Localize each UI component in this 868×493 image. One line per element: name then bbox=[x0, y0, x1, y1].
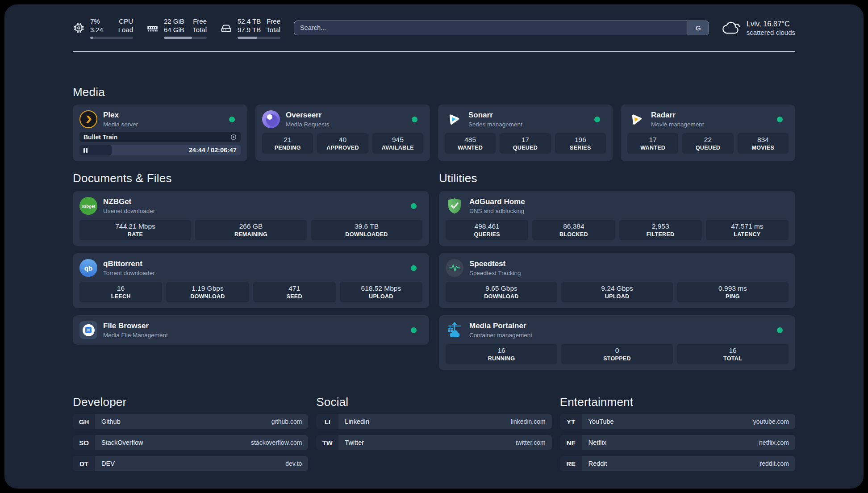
link-dev[interactable]: DT DEV dev.to bbox=[73, 456, 308, 471]
app-name: Radarr bbox=[651, 111, 704, 120]
cloud-icon bbox=[722, 20, 741, 35]
filebrowser-icon bbox=[79, 321, 97, 339]
link-abbr: GH bbox=[73, 414, 95, 429]
app-desc: Speedtest Tracking bbox=[469, 270, 521, 276]
link-stackoverflow[interactable]: SO StackOverflow stackoverflow.com bbox=[73, 435, 308, 450]
disk-total-value: 97.9 TB bbox=[238, 25, 261, 34]
player-settings-icon[interactable] bbox=[230, 134, 237, 140]
stat-tile: 39.6 TB DOWNLOADED bbox=[311, 220, 422, 240]
link-netflix[interactable]: NF Netflix netflix.com bbox=[560, 435, 795, 450]
link-youtube[interactable]: YT YouTube youtube.com bbox=[560, 414, 795, 429]
link-url: linkedin.com bbox=[511, 418, 546, 425]
stat-label: UPLOAD bbox=[562, 293, 672, 300]
stat-tile: 2,953 FILTERED bbox=[619, 220, 702, 240]
overseerr-icon bbox=[262, 110, 280, 128]
stat-tile: 9.65 Gbps DOWNLOAD bbox=[446, 282, 557, 302]
stat-value: 21 bbox=[263, 135, 312, 144]
stat-value: 16 bbox=[678, 346, 788, 355]
link-linkedin[interactable]: LI LinkedIn linkedin.com bbox=[316, 414, 551, 429]
now-playing-title: Bullet Train bbox=[83, 134, 117, 141]
app-card-speedtest[interactable]: Speedtest Speedtest Tracking 9.65 Gbps D… bbox=[439, 253, 795, 308]
disk-free-value: 52.4 TB bbox=[238, 17, 261, 25]
app-card-nzbget[interactable]: nzbget NZBGet Usenet downloader 744.21 M… bbox=[73, 191, 429, 246]
stat-tile: 834 MOVIES bbox=[738, 133, 789, 154]
weather-widget: Lviv, 16.87°C scattered clouds bbox=[722, 19, 795, 37]
ram-total-label: Total bbox=[192, 25, 207, 34]
link-name: Twitter bbox=[345, 439, 364, 446]
section-title-documents: Documents & Files bbox=[73, 171, 429, 185]
app-name: qBittorrent bbox=[103, 259, 155, 268]
status-dot-online bbox=[411, 327, 417, 333]
link-url: github.com bbox=[271, 418, 302, 425]
app-card-radarr[interactable]: Radarr Movie management 17 WANTED 22 QUE… bbox=[621, 104, 795, 161]
section-title-media: Media bbox=[73, 85, 795, 99]
stat-label: QUEUED bbox=[683, 144, 732, 151]
stat-label: SEED bbox=[254, 293, 335, 300]
stat-label: FILTERED bbox=[620, 231, 701, 238]
app-name: File Browser bbox=[103, 322, 168, 330]
app-name: Overseerr bbox=[286, 111, 330, 120]
link-url: youtube.com bbox=[753, 418, 789, 425]
stat-value: 9.65 Gbps bbox=[447, 284, 556, 292]
link-abbr: YT bbox=[560, 414, 582, 429]
stat-value: 618.52 Mbps bbox=[341, 284, 421, 292]
stat-tile: 0 STOPPED bbox=[561, 344, 673, 364]
stat-tile: 16 RUNNING bbox=[446, 344, 557, 364]
stat-value: 86,384 bbox=[533, 222, 614, 230]
player-progress-bar[interactable]: 24:44 / 02:06:47 bbox=[79, 145, 241, 155]
stat-label: MOVIES bbox=[739, 144, 788, 151]
app-desc: Series management bbox=[468, 121, 522, 128]
link-name: Reddit bbox=[588, 460, 607, 467]
section-title-utilities: Utilities bbox=[439, 171, 795, 185]
status-dot-online bbox=[411, 203, 417, 209]
portainer-icon bbox=[446, 321, 463, 339]
app-name: Plex bbox=[103, 111, 138, 120]
link-github[interactable]: GH Github github.com bbox=[73, 414, 308, 429]
app-card-qbittorrent[interactable]: qb qBittorrent Torrent downloader 16 LEE… bbox=[73, 253, 429, 308]
stat-label: WANTED bbox=[628, 144, 677, 151]
stat-tile: 21 PENDING bbox=[262, 133, 313, 154]
weather-location-temp: Lviv, 16.87°C bbox=[747, 19, 795, 28]
section-developer: Developer GH Github github.com SO StackO… bbox=[73, 395, 308, 477]
ram-icon bbox=[146, 22, 159, 34]
stat-label: DOWNLOADED bbox=[312, 231, 421, 238]
link-name: StackOverflow bbox=[101, 439, 143, 446]
section-documents: Documents & Files nzbget NZBGet Usenet d… bbox=[73, 171, 429, 370]
app-card-adguard[interactable]: AdGuard Home DNS and adblocking 498,461 … bbox=[439, 191, 795, 246]
app-name: Sonarr bbox=[468, 111, 522, 120]
cpu-load-label: Load bbox=[118, 25, 133, 34]
app-card-filebrowser[interactable]: File Browser Media File Management bbox=[73, 315, 429, 345]
app-card-portainer[interactable]: Media Portainer Container management 16 … bbox=[439, 315, 795, 370]
radarr-icon bbox=[627, 110, 645, 128]
stat-tile: 471 SEED bbox=[253, 282, 336, 302]
disk-free-label: Free bbox=[266, 17, 280, 25]
disk-total-label: Total bbox=[266, 25, 280, 34]
link-name: DEV bbox=[101, 460, 115, 467]
app-card-sonarr[interactable]: Sonarr Series management 485 WANTED 17 Q… bbox=[438, 104, 613, 161]
stat-label: SERIES bbox=[556, 144, 605, 151]
link-url: twitter.com bbox=[516, 439, 546, 446]
ram-progress-bar bbox=[164, 37, 207, 39]
plex-icon bbox=[79, 110, 97, 128]
stat-label: QUERIES bbox=[447, 231, 527, 238]
link-abbr: RE bbox=[560, 456, 582, 471]
stat-value: 16 bbox=[447, 346, 556, 355]
app-name: AdGuard Home bbox=[469, 197, 525, 206]
link-reddit[interactable]: RE Reddit reddit.com bbox=[560, 456, 795, 471]
status-dot-online bbox=[777, 117, 783, 122]
stat-value: 485 bbox=[446, 135, 495, 144]
search-input[interactable] bbox=[294, 21, 709, 35]
stat-value: 196 bbox=[556, 135, 605, 144]
stat-value: 17 bbox=[628, 135, 677, 144]
search-provider-button[interactable]: G bbox=[688, 21, 709, 35]
app-card-overseerr[interactable]: Overseerr Media Requests 21 PENDING 40 A… bbox=[255, 104, 430, 161]
stat-tile: 266 GB REMAINING bbox=[195, 220, 307, 240]
stat-value: 744.21 Mbps bbox=[80, 222, 190, 230]
stat-tile: 945 AVAILABLE bbox=[372, 133, 423, 154]
link-name: Github bbox=[101, 418, 121, 425]
link-url: reddit.com bbox=[760, 460, 789, 467]
link-twitter[interactable]: TW Twitter twitter.com bbox=[316, 435, 551, 450]
app-card-plex[interactable]: Plex Media server Bullet Train 24:44 / 0… bbox=[73, 104, 247, 161]
app-desc: Media server bbox=[103, 121, 138, 128]
pause-icon[interactable] bbox=[83, 148, 88, 153]
